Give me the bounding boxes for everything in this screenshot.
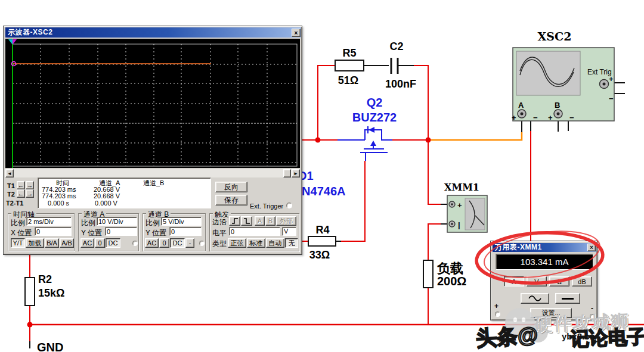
close-icon[interactable]: × xyxy=(587,244,596,251)
channel-a-scale-input[interactable] xyxy=(97,217,137,226)
svg-text:R5: R5 xyxy=(342,47,356,59)
svg-text:100nF: 100nF xyxy=(385,78,416,90)
dt-value: 0.000 s xyxy=(48,200,69,207)
scroll-left-button[interactable]: ◄ xyxy=(5,169,14,177)
channel-b-0-button[interactable]: 0 xyxy=(159,238,169,248)
rising-edge-button[interactable] xyxy=(229,216,240,226)
channel-b-y-label: Y 位置 xyxy=(145,228,166,238)
channel-a-y-input[interactable] xyxy=(105,227,137,236)
trigger-group: 触发 边沿 A B 外部 电平 V 类型 正弦 标准 自动 无 xyxy=(209,213,299,251)
channel-b-y-input[interactable] xyxy=(169,227,202,236)
trigger-source-b-button[interactable]: B xyxy=(265,216,275,226)
trigger-type-auto-button[interactable]: 自动 xyxy=(266,238,284,248)
dc-mode-button[interactable] xyxy=(555,293,580,304)
svg-text:B: B xyxy=(555,101,560,110)
channel-a-ac-button[interactable]: AC xyxy=(80,238,94,248)
svg-text:BUZ272: BUZ272 xyxy=(352,111,397,124)
ext-trigger-radio[interactable] xyxy=(286,203,292,208)
resistor-load[interactable]: 负载 200Ω xyxy=(423,260,466,288)
channel-b-scale-input[interactable] xyxy=(161,217,202,226)
multimeter-window-title: 万用表-XMM1 xyxy=(495,242,542,253)
scrollbar-thumb[interactable] xyxy=(283,169,291,177)
svg-text:+: + xyxy=(609,74,614,83)
oscilloscope-xsc2-icon[interactable]: XSC2 Ext Trig + − A B + − + − xyxy=(512,30,614,122)
voltmeter-button[interactable]: V xyxy=(527,276,547,286)
t2-right-button[interactable]: → xyxy=(26,189,34,198)
svg-text:33Ω: 33Ω xyxy=(309,249,330,261)
mm-minus-terminal[interactable] xyxy=(590,314,595,319)
channel-b-dc-button[interactable]: DC xyxy=(170,238,185,248)
scope-window-title: 示波器-XSC2 xyxy=(8,27,52,38)
svg-text:+: + xyxy=(457,201,462,210)
mode-add-button[interactable]: 加载 xyxy=(26,238,44,248)
trigger-type-sine-button[interactable]: 正弦 xyxy=(228,238,246,248)
mode-yt-button[interactable]: Y/T xyxy=(11,238,25,248)
trigger-type-none-button[interactable]: 无 xyxy=(285,238,298,248)
settings-button[interactable]: 设置... xyxy=(530,308,572,318)
scope-scrollbar[interactable]: ◄ ► xyxy=(5,169,300,177)
diode-d1-label: D1 1N4746A xyxy=(295,169,346,198)
t1-left-button[interactable]: ← xyxy=(17,181,25,189)
svg-text:XSC2: XSC2 xyxy=(538,30,572,43)
multisim-workspace: R5 51Ω C2 100nF Q2 BUZ272 D1 1N47 xyxy=(0,0,644,352)
trigger-source-a-button[interactable]: A xyxy=(255,216,265,226)
save-button[interactable]: 保存 xyxy=(215,195,247,205)
channel-a-scale-label: 比例 xyxy=(81,218,95,228)
channel-b-neg-button[interactable]: - xyxy=(185,238,194,248)
mosfet-q2[interactable]: Q2 BUZ272 xyxy=(338,96,397,161)
multimeter-xmm1-icon[interactable]: XMM1 + | xyxy=(444,182,487,232)
svg-text:Q2: Q2 xyxy=(367,96,383,109)
falling-edge-button[interactable] xyxy=(241,216,252,226)
trigger-type-normal-button[interactable]: 标准 xyxy=(247,238,265,248)
svg-text:R2: R2 xyxy=(38,273,52,285)
channel-b-radio[interactable] xyxy=(199,241,205,246)
ac-mode-button[interactable] xyxy=(521,293,549,304)
channel-a-radio[interactable] xyxy=(132,241,138,246)
mode-ba-button[interactable]: B/A xyxy=(45,238,59,248)
reverse-button[interactable]: 反向 xyxy=(215,182,247,192)
cursor2-label: T2 xyxy=(7,191,15,198)
mode-ab-button[interactable]: A/B xyxy=(60,238,74,248)
svg-text:|: | xyxy=(458,220,460,229)
svg-text:R4: R4 xyxy=(315,224,329,236)
timebase-scale-input[interactable] xyxy=(26,217,72,226)
mm-plus-terminal[interactable] xyxy=(495,311,500,317)
scroll-right-button[interactable]: ► xyxy=(292,169,300,177)
svg-text:Ext Trig: Ext Trig xyxy=(587,68,612,76)
channel-b-ac-button[interactable]: AC xyxy=(145,238,159,248)
ohmmeter-button[interactable]: Ω xyxy=(549,276,569,286)
trigger-level-unit: V xyxy=(282,227,296,236)
resistor-r2[interactable]: R2 15kΩ xyxy=(25,273,64,306)
t1-right-button[interactable]: → xyxy=(26,181,34,189)
channel-a-0-button[interactable]: 0 xyxy=(95,238,105,248)
svg-text:15kΩ: 15kΩ xyxy=(38,287,64,299)
svg-text:1N4746A: 1N4746A xyxy=(295,185,346,198)
readout-col-chb: 通道_B xyxy=(143,179,164,188)
channel-a-dc-button[interactable]: DC xyxy=(106,238,120,248)
t2-left-button[interactable]: ← xyxy=(17,189,25,198)
timebase-scale-label: 比例 xyxy=(11,218,25,228)
trigger-level-input[interactable] xyxy=(229,227,280,236)
svg-text:XMM1: XMM1 xyxy=(444,182,479,193)
close-icon[interactable]: × xyxy=(292,29,301,37)
multimeter-reading: 103.341 mA xyxy=(521,257,569,267)
scope-titlebar[interactable]: 示波器-XSC2 xyxy=(5,27,301,38)
multimeter-window: 万用表-XMM1 × 103.341 mA A V Ω dB 设置... + - xyxy=(490,241,597,320)
mm-plus-label: + xyxy=(494,302,499,310)
svg-text:A: A xyxy=(518,101,524,110)
ammeter-button[interactable]: A xyxy=(504,276,524,286)
db-button[interactable]: dB xyxy=(572,276,592,286)
svg-text:−: − xyxy=(569,113,574,122)
svg-text:+: + xyxy=(548,113,553,122)
timebase-x-label: X 位置 xyxy=(11,228,32,238)
multimeter-display: 103.341 mA xyxy=(496,254,593,270)
timebase-x-input[interactable] xyxy=(35,227,72,236)
trigger-type-label: 类型 xyxy=(212,239,227,249)
resistor-r4[interactable]: R4 33Ω xyxy=(308,224,336,261)
trigger-source-ext-button[interactable]: 外部 xyxy=(276,216,296,226)
t2-time-value: 774.203 ms xyxy=(42,192,76,200)
resistor-r5[interactable]: R5 51Ω xyxy=(335,47,364,86)
multimeter-titlebar[interactable]: 万用表-XMM1 xyxy=(493,243,596,252)
mm-minus-label: - xyxy=(591,304,593,313)
svg-text:51Ω: 51Ω xyxy=(338,74,358,86)
